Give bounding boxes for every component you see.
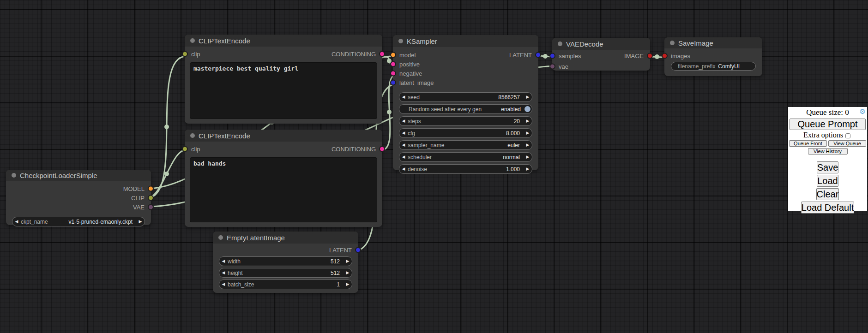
vae-output-port[interactable] [148,204,154,210]
samples-input-port[interactable] [549,53,555,59]
checkpoint-loader-node[interactable]: CheckpointLoaderSimple MODEL CLIP VAE ◀ … [6,170,151,225]
model-output-port[interactable] [148,186,154,192]
vae-input-label: vae [559,63,568,70]
node-title: SaveImage [678,39,713,47]
filename-prefix-widget[interactable]: filename_prefix ComfyUI [671,62,756,71]
increment-arrow-icon[interactable]: ▶ [524,95,532,99]
decrement-arrow-icon[interactable]: ◀ [399,155,408,159]
node-title-bar[interactable]: VAEDecode [552,38,650,50]
node-title-bar[interactable]: SaveImage [664,37,762,48]
latent-output-port[interactable] [355,247,361,253]
increment-arrow-icon[interactable]: ▶ [524,143,532,147]
node-collapse-dot[interactable] [218,235,223,240]
save-image-node[interactable]: SaveImage images filename_prefix ComfyUI [664,37,762,76]
conditioning-output-port[interactable] [379,51,385,57]
queue-front-button[interactable]: Queue Front [789,140,827,147]
node-collapse-dot[interactable] [190,133,195,138]
toggle-dot[interactable] [524,106,530,112]
slot-row: clip CONDITIONING [185,143,382,155]
clip-text-encode-positive-node[interactable]: CLIPTextEncode clip CONDITIONING masterp… [185,35,382,124]
queue-prompt-button[interactable]: Queue Prompt [790,119,866,130]
node-collapse-dot[interactable] [558,42,562,46]
queue-size-label: Queue size: 0 [806,108,849,117]
load-default-button[interactable]: Load Default [801,202,854,214]
scheduler-widget[interactable]: ◀ scheduler normal ▶ [399,152,532,162]
node-title: KSampler [407,37,437,45]
widget-label: sampler_name [408,142,507,149]
steps-widget[interactable]: ◀ steps 20 ▶ [399,116,532,126]
node-collapse-dot[interactable] [190,38,195,43]
decrement-arrow-icon[interactable]: ◀ [219,271,228,275]
node-title-bar[interactable]: EmptyLatentImage [213,232,358,244]
clip-output-port[interactable] [148,195,154,201]
node-title-bar[interactable]: KSampler [393,35,538,47]
width-widget[interactable]: ◀ width 512 ▶ [219,256,352,266]
positive-prompt-textarea[interactable]: masterpiece best quality girl [190,62,377,119]
decrement-arrow-icon[interactable]: ◀ [219,282,228,286]
widget-value: 1 [337,281,340,288]
view-history-button[interactable]: View History [808,148,848,155]
increment-arrow-icon[interactable]: ▶ [524,155,532,159]
ckpt-name-widget[interactable]: ◀ ckpt_name v1-5-pruned-emaonly.ckpt ▶ [12,217,145,226]
extra-options-checkbox[interactable] [845,133,850,138]
negative-prompt-textarea[interactable]: bad hands [190,157,377,222]
queue-panel: Queue size: 0 ⚙ Queue Prompt Extra optio… [788,107,867,211]
widget-label: steps [408,118,514,125]
node-collapse-dot[interactable] [12,173,16,178]
widget-label: seed [408,94,498,101]
clip-input-port[interactable] [182,51,188,57]
settings-gear-icon[interactable]: ⚙ [860,108,866,115]
load-button[interactable]: Load [817,175,838,187]
node-collapse-dot[interactable] [398,39,403,43]
positive-input-port[interactable] [390,61,396,67]
decrement-arrow-icon[interactable]: ◀ [12,220,21,224]
model-input-port[interactable] [390,52,396,58]
decrement-arrow-icon[interactable]: ◀ [399,119,408,123]
decrement-arrow-icon[interactable]: ◀ [399,131,408,135]
latent-image-input-port[interactable] [390,80,396,86]
wire-clip-to-negative-encode [147,150,186,198]
model-output-label: MODEL [123,185,145,192]
increment-arrow-icon[interactable]: ▶ [524,131,532,135]
increment-arrow-icon[interactable]: ▶ [136,220,145,224]
widget-value: v1-5-pruned-emaonly.ckpt [68,219,133,225]
random-seed-toggle-widget[interactable]: Random seed after every gen enabled [399,104,532,114]
node-title-bar[interactable]: CheckpointLoaderSimple [6,170,151,181]
batch-size-widget[interactable]: ◀ batch_size 1 ▶ [219,279,352,289]
height-widget[interactable]: ◀ height 512 ▶ [219,268,352,278]
vae-decode-node[interactable]: VAEDecode samples IMAGE vae [552,38,650,71]
increment-arrow-icon[interactable]: ▶ [524,119,532,123]
widget-label: batch_size [228,281,337,288]
denoise-widget[interactable]: ◀ denoise 1.000 ▶ [399,164,532,174]
widget-value: euler [507,142,520,149]
latent-output-port[interactable] [535,52,541,58]
vae-input-port[interactable] [549,64,555,70]
clip-input-port[interactable] [182,146,188,152]
cfg-widget[interactable]: ◀ cfg 8.000 ▶ [399,128,532,138]
decrement-arrow-icon[interactable]: ◀ [399,143,408,147]
decrement-arrow-icon[interactable]: ◀ [219,259,228,263]
clear-button[interactable]: Clear [816,188,839,200]
ksampler-node[interactable]: KSampler model LATENT positive negative … [393,35,538,170]
save-button[interactable]: Save [817,161,839,173]
increment-arrow-icon[interactable]: ▶ [344,271,352,275]
decrement-arrow-icon[interactable]: ◀ [399,95,408,99]
slot-row: LATENT [213,244,358,256]
conditioning-output-port[interactable] [379,146,385,152]
node-title-bar[interactable]: CLIPTextEncode [185,130,382,142]
seed-widget[interactable]: ◀ seed 8566257 ▶ [399,92,532,102]
increment-arrow-icon[interactable]: ▶ [524,167,532,171]
clip-text-encode-negative-node[interactable]: CLIPTextEncode clip CONDITIONING bad han… [185,130,382,227]
view-queue-button[interactable]: View Queue [828,140,866,147]
decrement-arrow-icon[interactable]: ◀ [399,167,408,171]
sampler-name-widget[interactable]: ◀ sampler_name euler ▶ [399,140,532,150]
negative-input-port[interactable] [390,71,396,77]
node-title-bar[interactable]: CLIPTextEncode [185,35,382,47]
images-input-port[interactable] [662,53,668,59]
node-collapse-dot[interactable] [670,41,675,45]
increment-arrow-icon[interactable]: ▶ [344,282,352,286]
image-output-port[interactable] [647,53,653,59]
increment-arrow-icon[interactable]: ▶ [344,259,352,263]
widget-value: ComfyUI [718,63,740,70]
empty-latent-image-node[interactable]: EmptyLatentImage LATENT ◀ width 512 ▶ ◀ … [213,232,358,293]
